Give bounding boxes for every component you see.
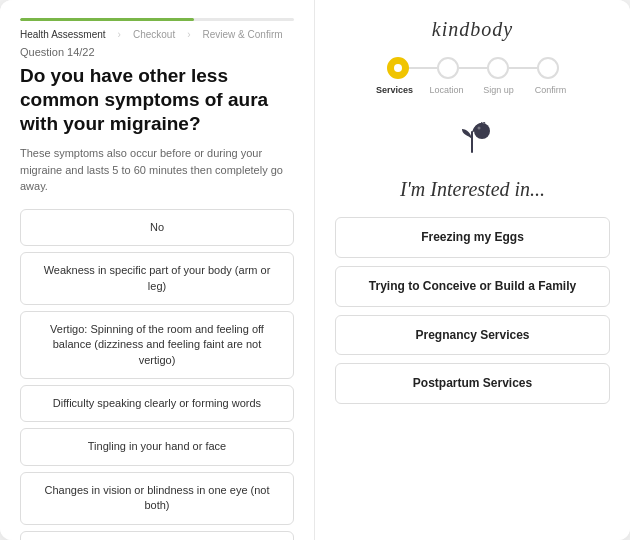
step-circle-signup [487, 57, 509, 79]
steps-labels: Services Location Sign up Confirm [335, 85, 610, 95]
question-number: Question 14/22 [20, 46, 294, 58]
breadcrumb-review: Review & Confirm [203, 29, 283, 40]
breadcrumb: Health Assessment › Checkout › Review & … [20, 29, 294, 40]
step-confirm [537, 57, 559, 79]
right-panel: kindbody Ser [315, 0, 630, 540]
svg-point-2 [477, 127, 480, 130]
answer-smells[interactable]: Unpleasant smells or tastes of things th… [20, 531, 294, 540]
svg-point-1 [474, 123, 490, 139]
step-label-services: Services [369, 85, 421, 95]
progress-fill [20, 18, 194, 21]
app-container: Health Assessment › Checkout › Review & … [0, 0, 630, 540]
step-label-confirm: Confirm [525, 85, 577, 95]
answer-vision[interactable]: Changes in vision or blindness in one ey… [20, 472, 294, 525]
service-pregnancy[interactable]: Pregnancy Services [335, 315, 610, 356]
steps-indicator [335, 57, 610, 79]
step-location [437, 57, 459, 79]
service-freezing-eggs[interactable]: Freezing my Eggs [335, 217, 610, 258]
step-line-2 [459, 67, 487, 69]
svg-rect-0 [471, 131, 473, 153]
svg-rect-3 [481, 122, 483, 125]
left-panel: Health Assessment › Checkout › Review & … [0, 0, 315, 540]
answer-speaking[interactable]: Difficulty speaking clearly or forming w… [20, 385, 294, 422]
step-label-location: Location [421, 85, 473, 95]
step-line-3 [509, 67, 537, 69]
step-services [387, 57, 409, 79]
breadcrumb-checkout: Checkout [133, 29, 175, 40]
step-line-1 [409, 67, 437, 69]
step-signup [487, 57, 509, 79]
interested-heading: I'm Interested in... [400, 178, 545, 201]
answer-weakness[interactable]: Weakness in specific part of your body (… [20, 252, 294, 305]
step-circle-location [437, 57, 459, 79]
breadcrumb-sep1: › [118, 29, 121, 40]
service-postpartum[interactable]: Postpartum Services [335, 363, 610, 404]
service-conceive[interactable]: Trying to Conceive or Build a Family [335, 266, 610, 307]
question-description: These symptoms also occur before or duri… [20, 145, 294, 195]
answer-tingling[interactable]: Tingling in your hand or face [20, 428, 294, 465]
breadcrumb-sep2: › [187, 29, 190, 40]
step-circle-confirm [537, 57, 559, 79]
breadcrumb-health: Health Assessment [20, 29, 106, 40]
brand-logo: kindbody [432, 18, 513, 41]
step-label-signup: Sign up [473, 85, 525, 95]
step-circle-services [387, 57, 409, 79]
service-icon [448, 111, 498, 170]
question-title: Do you have other less common symptoms o… [20, 64, 294, 135]
step-inner-services [394, 64, 402, 72]
answer-vertigo[interactable]: Vertigo: Spinning of the room and feelin… [20, 311, 294, 379]
progress-bar [20, 18, 294, 21]
answer-no[interactable]: No [20, 209, 294, 246]
